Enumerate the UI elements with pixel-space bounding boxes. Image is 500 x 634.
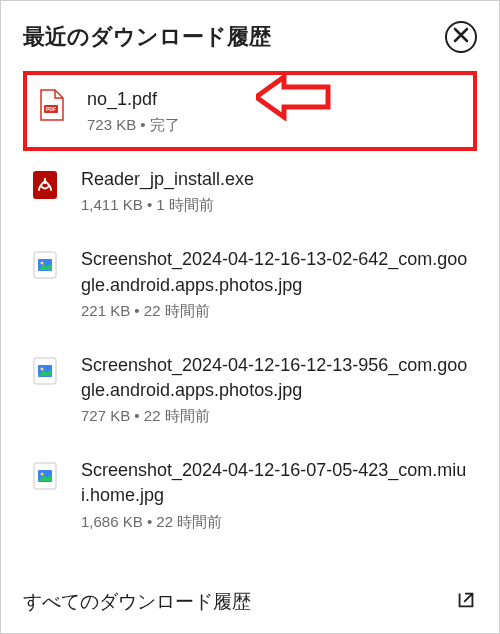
file-name: Screenshot_2024-04-12-16-13-02-642_com.g… <box>81 247 469 297</box>
pdf-solid-icon <box>31 169 59 201</box>
pdf-outline-icon: PDF <box>37 89 65 121</box>
download-item[interactable]: Screenshot_2024-04-12-16-07-05-423_com.m… <box>23 448 477 541</box>
image-icon <box>31 460 59 492</box>
file-name: Screenshot_2024-04-12-16-12-13-956_com.g… <box>81 353 469 403</box>
close-icon <box>453 27 469 47</box>
file-info: Screenshot_2024-04-12-16-13-02-642_com.g… <box>81 247 469 320</box>
annotation-arrow <box>256 73 331 121</box>
svg-text:PDF: PDF <box>46 106 56 112</box>
download-item[interactable]: Screenshot_2024-04-12-16-13-02-642_com.g… <box>23 237 477 330</box>
image-icon <box>31 355 59 387</box>
view-all-link[interactable]: すべてのダウンロード履歴 <box>23 589 477 615</box>
close-button[interactable] <box>445 21 477 53</box>
svg-point-11 <box>41 473 44 476</box>
file-name: Screenshot_2024-04-12-16-07-05-423_com.m… <box>81 458 469 508</box>
file-info: Screenshot_2024-04-12-16-07-05-423_com.m… <box>81 458 469 531</box>
file-meta: 221 KB • 22 時間前 <box>81 302 469 321</box>
file-name: Reader_jp_install.exe <box>81 167 469 192</box>
external-link-icon <box>455 589 477 615</box>
image-icon <box>31 249 59 281</box>
download-item[interactable]: PDFno_1.pdf723 KB • 完了 <box>23 71 477 151</box>
view-all-label: すべてのダウンロード履歴 <box>23 589 251 615</box>
file-info: Reader_jp_install.exe1,411 KB • 1 時間前 <box>81 167 469 215</box>
svg-point-5 <box>41 262 44 265</box>
download-item[interactable]: Reader_jp_install.exe1,411 KB • 1 時間前 <box>23 157 477 225</box>
panel-title: 最近のダウンロード履歴 <box>23 22 271 52</box>
download-item[interactable]: Screenshot_2024-04-12-16-12-13-956_com.g… <box>23 343 477 436</box>
file-meta: 1,411 KB • 1 時間前 <box>81 196 469 215</box>
file-meta: 1,686 KB • 22 時間前 <box>81 513 469 532</box>
download-list: PDFno_1.pdf723 KB • 完了Reader_jp_install.… <box>23 71 477 542</box>
file-meta: 727 KB • 22 時間前 <box>81 407 469 426</box>
svg-rect-2 <box>33 171 57 199</box>
svg-point-8 <box>41 367 44 370</box>
file-info: Screenshot_2024-04-12-16-12-13-956_com.g… <box>81 353 469 426</box>
